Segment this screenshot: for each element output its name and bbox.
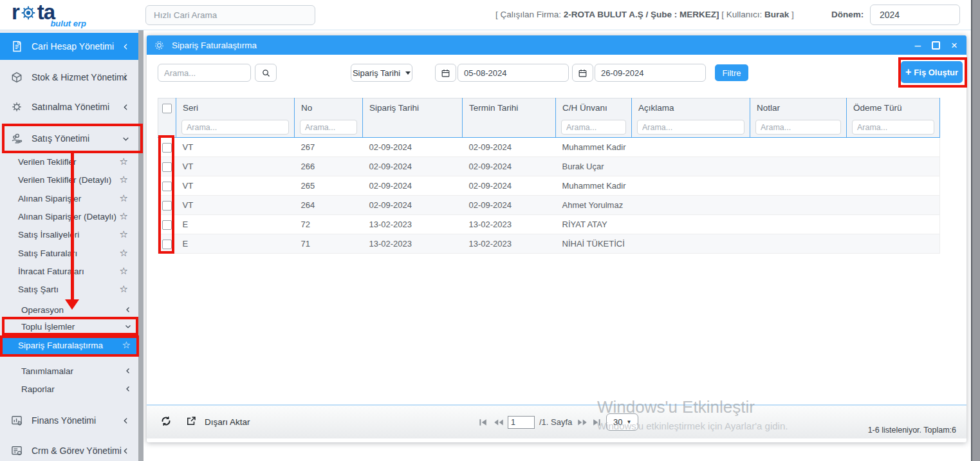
- row-checkbox[interactable]: [162, 220, 172, 230]
- sidebar-item-satis[interactable]: Satış Yönetimi: [0, 124, 138, 153]
- sidebar-item-tanimlamalar[interactable]: Tanımlamalar: [0, 362, 138, 380]
- star-icon[interactable]: ☆: [120, 229, 128, 240]
- row-checkbox[interactable]: [162, 201, 172, 211]
- date-to-input[interactable]: [595, 64, 706, 82]
- col-header-odeme-turu[interactable]: Ödeme Türü: [847, 99, 940, 118]
- page-count-label: /1. Sayfa: [539, 417, 572, 427]
- refresh-icon[interactable]: [160, 415, 172, 428]
- filter-odeme-input[interactable]: [852, 120, 934, 135]
- page-size-select[interactable]: 30 ▼: [606, 413, 638, 431]
- filter-button[interactable]: Filtre: [715, 64, 748, 81]
- date-field-dropdown[interactable]: Sipariş Tarihi: [351, 64, 412, 82]
- col-header-notlar[interactable]: Notlar: [750, 99, 847, 118]
- sidebar-item-label: Satınalma Yönetimi: [32, 102, 109, 112]
- export-label[interactable]: Dışarı Aktar: [205, 417, 250, 427]
- filter-no-input[interactable]: [300, 120, 357, 135]
- period-input[interactable]: [870, 5, 960, 25]
- row-checkbox[interactable]: [162, 143, 172, 153]
- col-header-aciklama[interactable]: Açıklama: [632, 99, 750, 118]
- star-icon[interactable]: ☆: [120, 174, 128, 185]
- sidebar-item-cari-hesap[interactable]: Cari Hesap Yönetimi: [0, 33, 138, 60]
- sidebar-item-raporlar[interactable]: Raporlar: [0, 380, 138, 398]
- sidebar-item-satis-irsaliyeleri[interactable]: Satış İrsaliyeleri☆: [0, 226, 138, 243]
- table-row[interactable]: VT26402-09-202402-09-2024Ahmet Yorulmaz: [158, 196, 940, 215]
- star-icon[interactable]: ☆: [120, 193, 128, 204]
- star-icon[interactable]: ☆: [120, 211, 128, 222]
- search-icon: [261, 68, 271, 78]
- star-icon[interactable]: ☆: [120, 156, 128, 167]
- row-checkbox[interactable]: [162, 162, 172, 172]
- sidebar-item-alinan-siparisler[interactable]: Alınan Siparişler☆: [0, 190, 138, 207]
- page: r ta bulut erp [ Çalışılan Firma: 2-ROTA…: [0, 0, 980, 461]
- row-checkbox[interactable]: [162, 240, 172, 249]
- calendar-icon: [441, 68, 450, 78]
- sidebar-item-satis-faturalari[interactable]: Satış Faturaları☆: [0, 245, 138, 261]
- sidebar-item-siparis-faturalastirma[interactable]: Sipariş Faturalaştırma☆: [0, 336, 138, 354]
- col-header-unvan[interactable]: C/H Ünvanı: [556, 99, 632, 118]
- toolbar-search-input[interactable]: [158, 64, 251, 82]
- sidebar-item-alinan-siparisler-detayli[interactable]: Alınan Siparişler (Detaylı)☆: [0, 208, 138, 225]
- table-row[interactable]: VT26702-09-202402-09-2024Muhammet Kadir: [158, 138, 940, 157]
- filter-unvan-input[interactable]: [561, 120, 626, 135]
- close-button[interactable]: ×: [951, 40, 957, 51]
- page-scrollbar[interactable]: [971, 0, 980, 461]
- sidebar-scrollbar[interactable]: [138, 30, 143, 461]
- chevron-left-icon: [122, 43, 129, 50]
- table-row[interactable]: E7213-02-202313-02-2023RİYAT ATAY: [158, 215, 940, 234]
- calendar-icon: [578, 68, 587, 78]
- package-icon: [10, 71, 23, 84]
- col-header-siparis-tarihi[interactable]: Sipariş Tarihi: [363, 99, 463, 118]
- select-all-checkbox[interactable]: [162, 104, 172, 113]
- plus-icon: +: [905, 66, 911, 78]
- create-fis-button[interactable]: + Fiş Oluştur: [901, 61, 963, 83]
- minimize-button[interactable]: –: [915, 40, 921, 51]
- filter-seri-input[interactable]: [181, 120, 289, 135]
- sidebar-item-verilen-teklifler[interactable]: Verilen Teklifler☆: [0, 153, 138, 170]
- caret-down-icon: [405, 71, 411, 75]
- sidebar-item-finans[interactable]: Finans Yönetimi: [0, 407, 138, 434]
- sidebar-item-label: Crm & Görev Yönetimi: [32, 446, 122, 456]
- star-icon[interactable]: ☆: [120, 247, 128, 259]
- row-checkbox[interactable]: [162, 182, 172, 191]
- filter-aciklama-input[interactable]: [637, 120, 744, 135]
- prev-page-icon[interactable]: [493, 417, 503, 428]
- star-icon[interactable]: ☆: [120, 283, 128, 295]
- col-header-no[interactable]: No: [295, 99, 363, 118]
- chevron-left-icon: [125, 306, 132, 314]
- col-header-termin-tarihi[interactable]: Termin Tarihi: [463, 99, 556, 118]
- search-button[interactable]: [255, 64, 277, 82]
- gear-icon: [154, 40, 165, 51]
- sidebar-item-ihracat-faturalari[interactable]: İhracat Faturaları☆: [0, 263, 138, 279]
- maximize-button[interactable]: [932, 41, 940, 50]
- last-page-icon[interactable]: [591, 417, 602, 428]
- page-number-input[interactable]: [508, 416, 535, 429]
- sidebar-item-satis-sarti[interactable]: Satış Şartı☆: [0, 281, 138, 297]
- quick-search-input[interactable]: [145, 5, 315, 25]
- first-page-icon[interactable]: [478, 417, 488, 428]
- sidebar-item-operasyon[interactable]: Operasyon: [0, 301, 138, 319]
- next-page-icon[interactable]: [577, 417, 587, 428]
- table-filter-row: [158, 118, 940, 138]
- table-row[interactable]: E7113-02-202313-02-2023NİHAİ TÜKETİCİ: [158, 234, 940, 254]
- sidebar-item-stok-hizmet[interactable]: Stok & Hizmet Yönetimi: [0, 64, 138, 91]
- orders-table: Seri No Sipariş Tarihi Termin Tarihi C/H…: [158, 98, 940, 254]
- star-icon[interactable]: ☆: [120, 265, 128, 277]
- sidebar-item-label: Cari Hesap Yönetimi: [32, 41, 114, 52]
- date-from-input[interactable]: [458, 64, 569, 82]
- col-header-seri[interactable]: Seri: [176, 99, 295, 118]
- calendar-to-button[interactable]: [572, 64, 593, 82]
- sidebar-item-crm[interactable]: Crm & Görev Yönetimi: [0, 437, 138, 461]
- table-row[interactable]: VT26502-09-202402-09-2024Muhammet Kadir: [158, 176, 940, 196]
- sidebar-item-label: Satış Yönetimi: [32, 133, 89, 144]
- calendar-from-button[interactable]: [435, 64, 456, 82]
- export-icon[interactable]: [185, 415, 197, 427]
- sidebar-item-verilen-teklifler-detayli[interactable]: Verilen Teklifler (Detaylı)☆: [0, 171, 138, 188]
- filter-notlar-input[interactable]: [755, 120, 841, 135]
- sidebar-item-label: Stok & Hizmet Yönetimi: [32, 72, 126, 82]
- star-icon[interactable]: ☆: [122, 339, 131, 351]
- sidebar-item-toplu-islemler[interactable]: Toplu İşlemler: [0, 317, 138, 335]
- table-row[interactable]: VT26602-09-202402-09-2024Burak Uçar: [158, 157, 940, 176]
- top-header: r ta bulut erp [ Çalışılan Firma: 2-ROTA…: [0, 0, 980, 30]
- chevron-left-icon: [125, 386, 132, 393]
- sidebar-item-satinalma[interactable]: Satınalma Yönetimi: [0, 93, 138, 120]
